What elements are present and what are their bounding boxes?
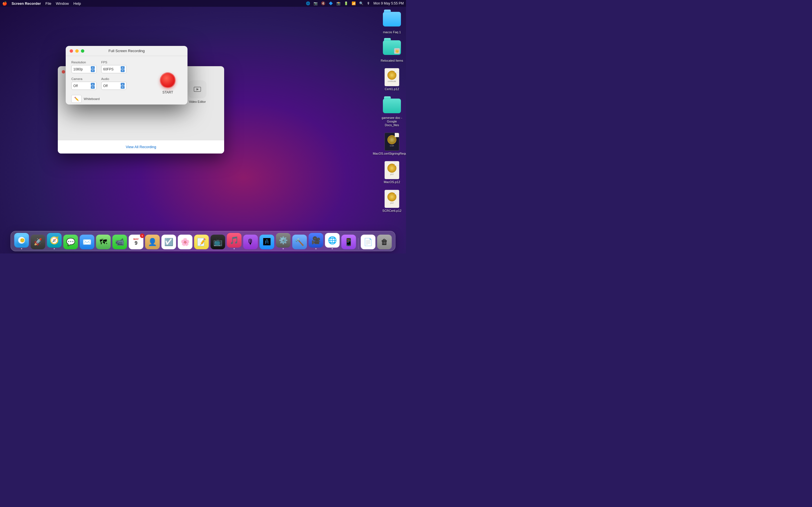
resolution-select[interactable]: 1080p ▲ ▼ [71,65,97,73]
dock-finder[interactable]: 🙂 [14,233,29,249]
dock-launchpad[interactable]: 🚀 [31,235,45,249]
app-name[interactable]: Screen Recorder [11,1,41,6]
apple-menu[interactable]: 🍎 [2,1,7,6]
safari-icon: 🧭 [47,233,62,247]
audio-up[interactable]: ▲ [121,83,124,86]
systemprefs-icon: ⚙️ [276,233,291,247]
menu-help[interactable]: Help [73,1,81,6]
dock-maps[interactable]: 🗺 [96,235,111,249]
scr-certi-label: SCRCerti.p12 [382,209,402,213]
menubar: 🍎 Screen Recorder File Window Help 🌐 📷 🔇… [0,0,406,7]
camera-audio-row: Camera Off ▲ ▼ Audio Off ▲ [71,77,149,90]
dock-appstore[interactable]: 🅰 [260,235,274,249]
fps-down[interactable]: ▼ [121,69,124,72]
dock-systemprefs[interactable]: ⚙️ [276,233,291,249]
dock-messages[interactable]: 💬 [63,235,78,249]
modal-min-button[interactable] [75,49,79,53]
dock-facetime[interactable]: 📹 [112,235,127,249]
battery-icon: 🔋 [344,1,348,5]
search-icon[interactable]: 🔍 [359,1,363,5]
resolution-value: 1080p [73,67,90,71]
resolution-up[interactable]: ▲ [91,66,95,69]
relocated-items-label: Relocated Items [380,59,403,62]
fps-label: FPS [101,61,126,64]
wifi-icon: 📶 [352,1,356,5]
dock-notes[interactable]: 📝 [194,235,209,249]
dock-bezel[interactable]: 📱 [342,235,356,249]
dock-reminders[interactable]: ☑️ [161,235,176,249]
dock-photos[interactable]: 🌸 [178,235,193,249]
dock-safari[interactable]: 🧭 [47,233,62,249]
dock-music[interactable]: 🎵 [227,233,242,249]
trash-icon: 🗑 [377,235,392,249]
camera-up[interactable]: ▲ [91,83,95,86]
gamesee-doc-label: gamesee doc - Google Docs_files [380,116,403,127]
mode-video-editor[interactable]: Video Editor [186,80,209,103]
camera-stepper[interactable]: ▲ ▼ [91,83,95,89]
siri-icon[interactable]: 🎙 [367,1,370,5]
resolution-stepper[interactable]: ▲ ▼ [91,66,95,72]
resolution-down[interactable]: ▼ [91,69,95,72]
menubar-right: 🌐 📷 🔇 🔷 📸 🔋 📶 🔍 🎙 Mon 9 May 5:55 PM [306,1,404,5]
menu-file[interactable]: File [45,1,51,6]
modal-max-button[interactable] [81,49,84,53]
audio-down[interactable]: ▼ [121,86,124,89]
camera2-icon: 📸 [336,1,341,5]
desktop-icon-macos-faq[interactable]: macos Faq 1 [380,11,403,34]
audio-stepper[interactable]: ▲ ▼ [121,83,124,89]
dock-filesharing[interactable]: 📄 [361,235,375,249]
dock-mail[interactable]: ✉️ [80,235,94,249]
close-button[interactable] [62,70,65,73]
svg-text:🙂: 🙂 [20,238,25,243]
desktop-icon-macos-cert[interactable]: CSR MacOS.certSigningRequest [380,133,403,156]
audio-select[interactable]: Off ▲ ▼ [101,82,126,90]
dock-chrome[interactable]: 🌐 [325,233,340,249]
maps-icon: 🗺 [96,235,111,249]
view-all-recording-link[interactable]: View All Recording [126,145,156,149]
start-label: START [162,91,173,94]
camera-down[interactable]: ▼ [91,86,95,89]
calendar-badge: 9 [140,233,145,238]
finder-icon: 🙂 [14,233,29,247]
filesharing-icon: 📄 [361,235,375,249]
dock-calendar[interactable]: 9 MAY 9 [129,235,144,249]
whiteboard-section: ✏️ Whiteboard [71,94,149,106]
desktop-icon-relocated-items[interactable]: 👑 Relocated Items [380,40,403,62]
start-button[interactable] [160,72,175,88]
desktop-icon-certi1[interactable]: certificate Certi1.p12 [380,68,403,91]
launchpad-icon: 🚀 [31,235,45,249]
safari-dot [54,248,55,249]
desktop-icon-scr-certi[interactable]: p12 SCRCerti.p12 [380,190,403,213]
finder-dot [21,248,22,249]
dock-podcasts[interactable]: 🎙 [243,235,258,249]
fps-select[interactable]: 60FPS ▲ ▼ [101,65,126,73]
facetime-icon: 📹 [112,235,127,249]
video-editor-icon [188,80,206,98]
modal-titlebar: Full Screen Recording [66,46,188,56]
resolution-label: Resolution [71,61,97,64]
desktop-icon-macos-p12[interactable]: p12 MacOS.p12 [380,161,403,184]
fps-up[interactable]: ▲ [121,66,124,69]
appletv-icon: 📺 [211,235,225,249]
reminders-icon: ☑️ [161,235,176,249]
audio-label: Audio [101,77,126,80]
camera-select[interactable]: Off ▲ ▼ [71,82,97,90]
resolution-fps-row: Resolution 1080p ▲ ▼ FPS 60FPS ▲ [71,61,149,73]
contacts-icon: 👤 [145,235,160,249]
screenrecorder-dot [315,248,317,249]
dock: 🙂 🚀 🧭 💬 ✉️ 🗺 📹 9 MAY 9 👤 ☑️ 🌸 [11,231,396,251]
dock-trash[interactable]: 🗑 [377,235,392,249]
svg-marker-11 [197,88,199,91]
dock-xcode[interactable]: 🔨 [292,235,307,249]
fps-stepper[interactable]: ▲ ▼ [121,66,124,72]
dock-screen-recorder[interactable]: 🎥 [309,233,323,249]
xcode-icon: 🔨 [292,235,307,249]
chrome-dot [332,248,333,249]
desktop-icon-gamesee-doc[interactable]: gamesee doc - Google Docs_files [380,97,403,127]
globe-icon: 🌐 [306,1,310,5]
menu-window[interactable]: Window [56,1,69,6]
modal-close-button[interactable] [70,49,73,53]
bluetooth-icon: 🔷 [329,1,333,5]
dock-appletv[interactable]: 📺 [211,235,225,249]
dock-contacts[interactable]: 👤 [145,235,160,249]
